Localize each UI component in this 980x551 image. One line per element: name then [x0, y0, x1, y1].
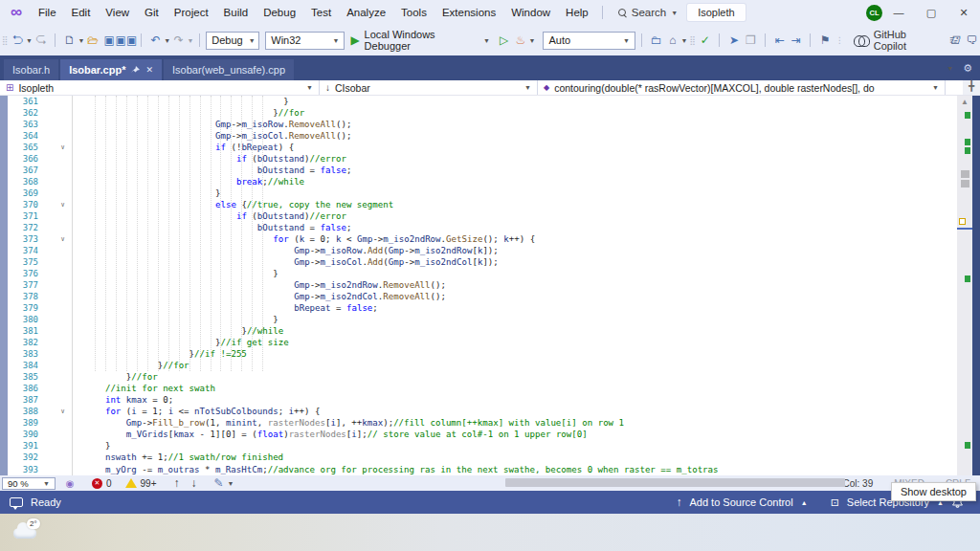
save-all-icon[interactable]: ▣▣ [118, 32, 135, 49]
collapse-chevron-icon[interactable]: ∨ [54, 199, 73, 210]
solution-configuration-combo[interactable]: Debug▼ [206, 32, 259, 50]
source-control-dropdown[interactable]: ▲ [801, 499, 808, 506]
solution-name[interactable]: Isopleth [687, 4, 746, 21]
column-indicator[interactable]: Col: 39 [843, 478, 874, 489]
code-line-372[interactable]: 372bOutstand = false; [8, 222, 957, 233]
code-line-365[interactable]: 365∨if (!bRepeat) { [8, 142, 957, 153]
code-line-361[interactable]: 361} [8, 96, 957, 107]
code-line-370[interactable]: 370∨else {//true, copy the new segment [8, 199, 957, 210]
copilot-label[interactable]: GitHub Copilot [874, 29, 940, 52]
code-line-390[interactable]: 390m_VGrids[kmax - 1][0] = (float)raster… [8, 429, 957, 440]
collapse-chevron-icon[interactable]: ∨ [54, 142, 73, 153]
menu-item-edit[interactable]: Edit [64, 0, 99, 25]
code-line-367[interactable]: 367bOutstand = false; [8, 165, 957, 176]
navigate-back-icon[interactable]: ⮌ [10, 32, 26, 49]
indent-decrease-icon[interactable]: ⇤ [771, 32, 788, 49]
member-dropdown[interactable]: ◆ contouring(double(* rasRowVector)[MAXC… [538, 80, 946, 95]
menu-item-test[interactable]: Test [303, 0, 339, 25]
code-line-371[interactable]: 371if (bOutstand)//error [8, 210, 957, 222]
scroll-up-icon[interactable]: ▲ [957, 98, 972, 106]
code-line-364[interactable]: 364Gmp->m_isoCol.RemoveAll(); [8, 130, 957, 142]
maximize-button[interactable]: ▢ [915, 0, 947, 25]
active-files-dropdown[interactable]: ▼ [947, 65, 953, 72]
code-line-385[interactable]: 385}//for [8, 371, 957, 383]
toolbar-overflow[interactable]: ⋮ [835, 35, 843, 45]
code-line-375[interactable]: 375Gmp->m_isoCol.Add(Gmp->m_iso2ndCol[k]… [8, 256, 957, 268]
menu-item-debug[interactable]: Debug [256, 0, 303, 25]
feedback-icon[interactable]: 🗨 [964, 32, 980, 49]
code-line-393[interactable]: 393m_yOrg -= m_outras * m_RasHtCm;//adva… [8, 464, 957, 475]
back-dropdown[interactable]: ▼ [26, 37, 33, 44]
find-in-files-icon[interactable]: 🗀 [648, 32, 664, 49]
tab-isobar-web-unsafe-cpp[interactable]: Isobar(web_unsafe).cpp [164, 59, 294, 80]
new-file-icon[interactable]: 🗋 [61, 32, 78, 49]
navigate-forward-icon[interactable]: ⮎ [33, 32, 49, 49]
code-line-373[interactable]: 373∨for (k = 0; k < Gmp->m_iso2ndRow.Get… [8, 233, 957, 245]
code-line-366[interactable]: 366if (bOutstand)//error [8, 153, 957, 165]
menu-item-help[interactable]: Help [558, 0, 596, 25]
code-line-376[interactable]: 376} [8, 268, 957, 279]
code-line-381[interactable]: 381}//while [8, 325, 957, 337]
start-debugging-button[interactable]: ▶ Local Windows Debugger ▼ [350, 29, 490, 52]
menu-item-build[interactable]: Build [216, 0, 256, 25]
collapse-chevron-icon[interactable]: ∨ [54, 406, 73, 417]
add-to-source-control-button[interactable]: Add to Source Control [689, 496, 792, 508]
redo-dropdown[interactable]: ▼ [187, 37, 193, 44]
horizontal-scrollbar-thumb[interactable] [505, 478, 845, 487]
code-line-377[interactable]: 377Gmp->m_iso2ndRow.RemoveAll(); [8, 279, 957, 291]
code-cleanup-dropdown[interactable]: ▼ [228, 480, 234, 487]
code-check-icon[interactable]: ✓ [697, 32, 713, 49]
undo-dropdown[interactable]: ▼ [164, 37, 170, 44]
solution-explorer-dropdown[interactable]: ▼ [681, 37, 688, 44]
vertical-scrollbar[interactable]: ▲ [957, 96, 972, 475]
menu-item-git[interactable]: Git [137, 0, 167, 25]
new-file-dropdown[interactable]: ▼ [78, 37, 84, 44]
minimize-button[interactable]: — [882, 0, 915, 25]
tab-isobar-cpp-[interactable]: Isobar.cpp*✕ [60, 59, 162, 80]
redo-icon[interactable]: ↷ [170, 32, 187, 49]
menu-item-file[interactable]: File [31, 0, 64, 25]
code-line-387[interactable]: 387int kmax = 0; [8, 394, 957, 406]
hot-reload-dropdown[interactable]: ▼ [529, 37, 536, 44]
close-button[interactable]: ✕ [947, 0, 980, 25]
solution-explorer-icon[interactable]: ⌂ [664, 32, 680, 49]
menu-item-project[interactable]: Project [167, 0, 216, 25]
warning-count[interactable]: 99+ [141, 478, 157, 489]
code-line-363[interactable]: 363Gmp->m_isoRow.RemoveAll(); [8, 119, 957, 130]
window-splitter-handle[interactable]: ╋ [963, 80, 980, 95]
code-line-386[interactable]: 386//init for next swath [8, 383, 957, 394]
class-dropdown[interactable]: ↓ CIsobar ▼ [320, 80, 538, 95]
code-editor[interactable]: 361}362}//for363Gmp->m_isoRow.RemoveAll(… [0, 96, 980, 475]
toolbar-grip[interactable]: ⣿ [689, 35, 695, 45]
code-cleanup-icon[interactable]: ✎ [211, 474, 228, 492]
tab-settings-gear-icon[interactable]: ⚙ [963, 62, 972, 75]
error-count[interactable]: 0 [106, 478, 112, 489]
code-line-388[interactable]: 388∨for (i = 1; i <= nTotSubColbounds; i… [8, 406, 957, 417]
close-tab-icon[interactable]: ✕ [145, 65, 153, 75]
menu-item-analyze[interactable]: Analyze [339, 0, 393, 25]
code-line-383[interactable]: 383}//if !=255 [8, 348, 957, 360]
pin-icon[interactable] [131, 66, 140, 75]
code-line-368[interactable]: 368break;//while [8, 176, 957, 187]
menu-item-extensions[interactable]: Extensions [434, 0, 503, 25]
code-line-389[interactable]: 389Gmp->Fill_b_row(1, minint, rasterNode… [8, 417, 957, 429]
horizontal-scrollbar[interactable] [247, 475, 740, 491]
attach-process-icon[interactable]: ➤ [725, 32, 742, 49]
search-menu[interactable]: Search ▼ [609, 7, 687, 18]
user-avatar[interactable]: CL [866, 5, 882, 21]
intellicode-icon[interactable]: ◉ [61, 474, 78, 492]
code-line-379[interactable]: 379bRepeat = false; [8, 302, 957, 314]
bookmark-icon[interactable]: ⚑ [816, 32, 833, 49]
toolbar-grip[interactable]: ⣿ [2, 35, 8, 45]
code-line-380[interactable]: 380} [8, 314, 957, 325]
collapse-chevron-icon[interactable]: ∨ [54, 233, 73, 245]
code-line-362[interactable]: 362}//for [8, 107, 957, 119]
editor-zoom-combo[interactable]: 90 %▼ [2, 477, 56, 490]
code-line-392[interactable]: 392nswath += 1;//1 swath/row finished [8, 452, 957, 463]
menu-item-tools[interactable]: Tools [393, 0, 434, 25]
hot-reload-mode-combo[interactable]: Auto▼ [543, 32, 635, 50]
undo-icon[interactable]: ↶ [147, 32, 164, 49]
solution-platform-combo[interactable]: Win32▼ [265, 32, 345, 50]
open-file-icon[interactable]: 🗁 [84, 32, 100, 49]
prev-issue-icon[interactable]: ↑ [168, 474, 186, 492]
